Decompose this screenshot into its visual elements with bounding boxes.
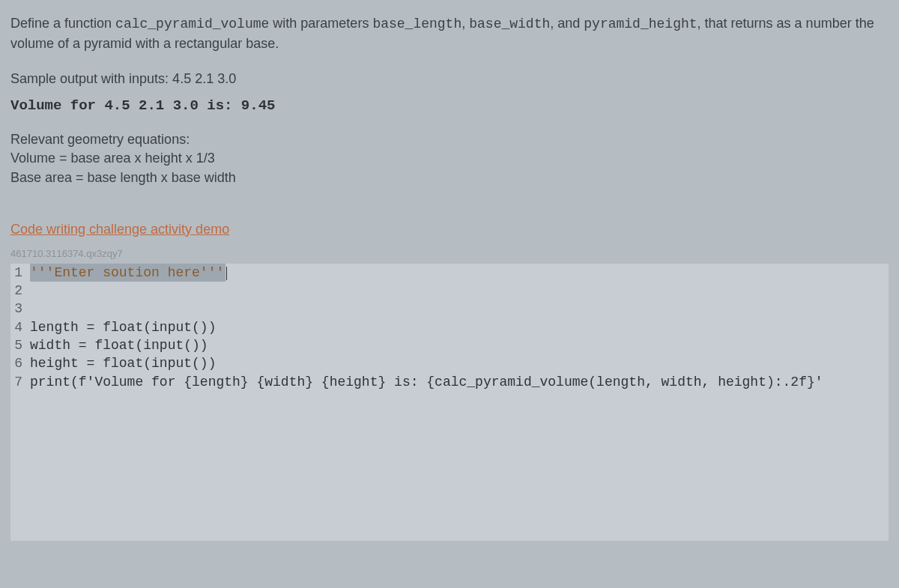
code-content[interactable]: width = float(input()) (30, 336, 889, 354)
fn-name: calc_pyramid_volume (115, 16, 269, 31)
code-content[interactable]: print(f'Volume for {length} {width} {hei… (30, 373, 889, 391)
question-id: 461710.3116374.qx3zqy7 (10, 248, 889, 259)
code-editor[interactable]: 1 '''Enter soution here''' 2 3 4 length … (10, 264, 889, 541)
editor-empty-area[interactable] (10, 391, 889, 541)
geometry-equations: Relevant geometry equations: Volume = ba… (10, 130, 889, 187)
geometry-eq-2: Base area = base length x base width (10, 169, 889, 187)
line-number: 6 (10, 354, 30, 372)
desc-text: , (461, 16, 469, 31)
code-line: 6 height = float(input()) (10, 354, 889, 372)
line-number: 3 (10, 300, 30, 318)
line-number: 2 (10, 282, 30, 300)
line-number: 1 (10, 264, 30, 282)
demo-link[interactable]: Code writing challenge activity demo (10, 222, 229, 237)
code-line: 1 '''Enter soution here''' (10, 264, 889, 282)
line-number: 4 (10, 318, 30, 336)
param-3: pyramid_height (584, 16, 697, 31)
text-cursor (226, 267, 227, 280)
code-content[interactable]: '''Enter soution here''' (30, 264, 889, 282)
code-line: 5 width = float(input()) (10, 336, 889, 354)
problem-description: Define a function calc_pyramid_volume wi… (10, 13, 889, 53)
code-line: 3 (10, 300, 889, 318)
sample-output-label: Sample output with inputs: 4.5 2.1 3.0 (10, 71, 889, 87)
geometry-heading: Relevant geometry equations: (10, 130, 889, 149)
code-line: 7 print(f'Volume for {length} {width} {h… (10, 373, 889, 391)
code-content[interactable]: length = float(input()) (30, 318, 889, 336)
exercise-panel: Define a function calc_pyramid_volume wi… (0, 0, 899, 548)
code-content[interactable]: height = float(input()) (30, 354, 889, 372)
param-2: base_width (469, 16, 550, 31)
param-1: base_length (372, 16, 461, 31)
desc-text: Define a function (10, 16, 115, 31)
desc-text: with parameters (269, 16, 372, 31)
code-line: 4 length = float(input()) (10, 318, 889, 336)
geometry-eq-1: Volume = base area x height x 1/3 (10, 149, 889, 168)
line-number: 7 (10, 373, 30, 391)
line-number: 5 (10, 336, 30, 354)
code-line: 2 (10, 282, 889, 300)
desc-text: , and (550, 16, 584, 31)
sample-output-value: Volume for 4.5 2.1 3.0 is: 9.45 (10, 97, 889, 114)
